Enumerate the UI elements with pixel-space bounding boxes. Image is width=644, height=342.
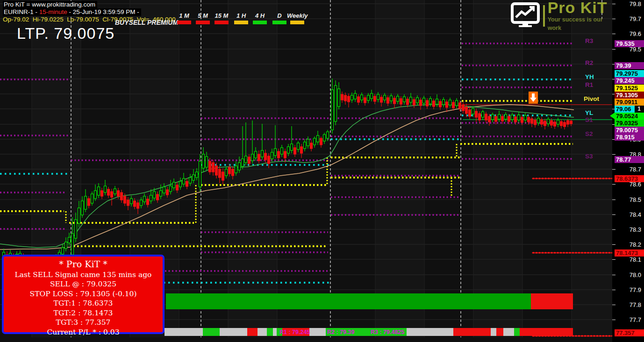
- candle-down: [212, 163, 215, 172]
- timeframe-button-weekly[interactable]: Weekly: [287, 12, 308, 24]
- bar-countdown-chip: 1: [635, 106, 644, 113]
- candle-down: [380, 97, 383, 102]
- candle-up: [323, 135, 326, 141]
- candle-up: [199, 161, 201, 187]
- candle-down: [479, 114, 481, 120]
- candle-down: [124, 196, 126, 203]
- price-badge: 79.535: [615, 40, 644, 47]
- candle-up: [547, 119, 550, 124]
- datetime-label: - 25-Jun-19 3:59:59 PM -: [67, 8, 139, 15]
- candle-up: [335, 86, 337, 121]
- timeframe-button-1h[interactable]: 1 H: [231, 12, 251, 24]
- site-url-label: Pro KiT = www.prokittrading.com: [3, 1, 97, 8]
- axis-tick-mark: [612, 275, 615, 275]
- candle-up: [225, 169, 228, 176]
- strip-pivot-label: R2 : 79.39: [327, 329, 354, 335]
- candle-up: [170, 186, 172, 192]
- timeframe-button-1m[interactable]: 1 M: [174, 12, 194, 24]
- candle-up: [173, 182, 175, 188]
- price-badge: 78.915: [615, 134, 644, 141]
- axis-tick-mark: [612, 305, 615, 305]
- candle-down: [284, 151, 286, 158]
- strip-segment: [309, 328, 326, 336]
- symbol-label: EURINR-1 -: [4, 8, 39, 15]
- candle-up: [304, 142, 306, 149]
- candle-down: [166, 190, 169, 195]
- candle-up: [361, 95, 363, 100]
- brand-logo: Pro KiT Your success is our work: [510, 3, 612, 29]
- candle-up: [235, 166, 237, 173]
- candle-up: [492, 114, 494, 120]
- axis-tick-mark: [612, 169, 615, 170]
- strip-segment: [520, 328, 573, 336]
- strip-segment: [496, 328, 503, 336]
- candle-up: [384, 95, 386, 100]
- candle-up: [68, 237, 71, 243]
- candle-down: [534, 120, 537, 125]
- candle-up: [274, 149, 277, 156]
- axis-tick-mark: [612, 154, 615, 155]
- candle-up: [193, 175, 195, 180]
- candle-up: [423, 98, 425, 103]
- timeframe-status-bar: [196, 21, 210, 24]
- candle-down: [475, 111, 478, 117]
- candle-up: [153, 192, 156, 198]
- price-badge: 77.357: [615, 329, 644, 336]
- candle-down: [310, 143, 313, 149]
- candle-up: [130, 199, 133, 204]
- candle-down: [209, 161, 211, 172]
- candle-up: [140, 200, 143, 206]
- candle-up: [557, 120, 559, 124]
- candle-up: [261, 150, 264, 157]
- candle-down: [528, 117, 530, 122]
- axis-tick-mark: [612, 244, 615, 245]
- timeframe-button-4h[interactable]: 4 H: [250, 12, 270, 24]
- pivot-level-label: S2: [585, 130, 593, 137]
- timeframe-label: Weekly: [287, 12, 308, 19]
- candle-down: [508, 116, 510, 121]
- candle-up: [482, 112, 484, 117]
- candle-down: [117, 191, 120, 196]
- candle-up: [81, 201, 84, 215]
- candle-up: [114, 189, 116, 194]
- candle-down: [433, 101, 435, 107]
- candle-up: [245, 156, 247, 163]
- axis-tick-label: 79.7: [612, 15, 644, 22]
- candle-down: [341, 94, 343, 100]
- logo-title: Pro KiT: [548, 0, 608, 16]
- price-badge: 79.2975: [615, 70, 644, 77]
- candle-down: [265, 153, 267, 160]
- candle-down: [111, 192, 113, 197]
- candle-down: [413, 100, 415, 105]
- timeframe-status-bar: [272, 21, 286, 24]
- candle-up: [338, 89, 340, 107]
- signal-line: Last SELL Signal came 135 mins ago: [4, 271, 163, 279]
- candle-down: [554, 122, 556, 126]
- candle-up: [291, 144, 293, 150]
- premium-bar-segment: [166, 293, 531, 309]
- candle-up: [524, 115, 527, 120]
- strip-pivot-label: R1 : 79.245: [279, 329, 310, 335]
- axis-tick-label: 78.4: [612, 211, 644, 218]
- candle-up: [331, 90, 334, 130]
- candle-down: [107, 189, 110, 195]
- pivot-level-label: S1: [585, 116, 593, 123]
- candle-up: [371, 93, 373, 99]
- axis-tick-mark: [612, 34, 615, 34]
- candle-down: [521, 117, 523, 122]
- axis-tick-mark: [612, 320, 615, 320]
- candle-up: [367, 95, 370, 100]
- candle-down: [222, 172, 224, 180]
- candle-down: [541, 120, 543, 124]
- candle-up: [390, 96, 393, 101]
- candle-down: [219, 169, 221, 178]
- trading-app-window: R1 : 79.245R2 : 79.39R3 : 79.4825 Pro Ki…: [0, 0, 644, 342]
- candle-down: [564, 122, 566, 127]
- timeframe-button-15m[interactable]: 15 M: [211, 12, 232, 24]
- candle-up: [62, 248, 64, 254]
- candle-up: [537, 118, 540, 123]
- timeframe-button-5m[interactable]: 5 M: [193, 12, 213, 24]
- candle-down: [452, 102, 455, 108]
- candle-up: [206, 157, 208, 167]
- candle-up: [429, 99, 432, 104]
